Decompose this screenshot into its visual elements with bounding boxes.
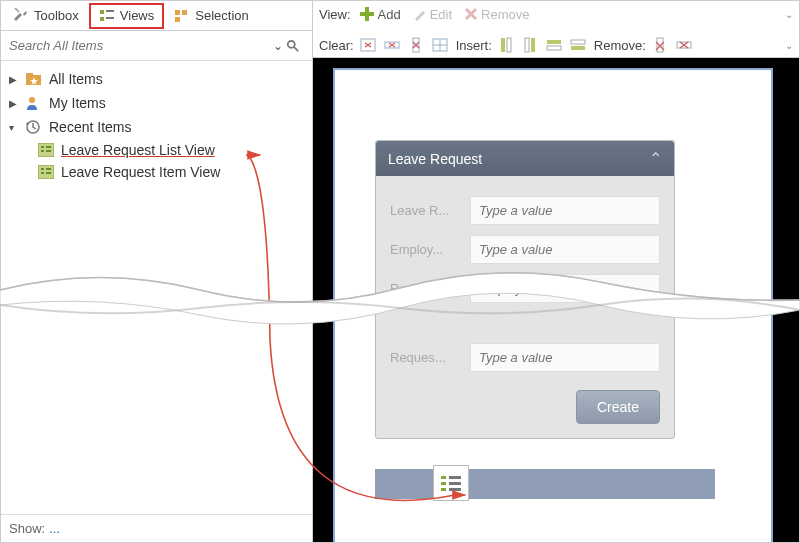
svg-rect-17 bbox=[41, 150, 44, 152]
edit-label: Edit bbox=[430, 7, 452, 22]
tree-my-items[interactable]: ▶ My Items bbox=[5, 91, 308, 115]
clear-label: Clear: bbox=[319, 38, 354, 53]
tree-item-label: Leave Request List View bbox=[61, 142, 215, 158]
remove2-label: Remove: bbox=[594, 38, 646, 53]
chevron-down-icon[interactable]: ⌄ bbox=[785, 9, 793, 20]
svg-rect-6 bbox=[182, 10, 187, 15]
form-field: Reques... bbox=[390, 343, 660, 372]
remove-label: Remove bbox=[481, 7, 529, 22]
svg-rect-5 bbox=[175, 10, 180, 15]
svg-rect-45 bbox=[449, 482, 461, 485]
page-surface[interactable]: Leave Request ⌃ Leave R... Employ... bbox=[333, 68, 773, 542]
remove-col-icon[interactable] bbox=[650, 36, 670, 54]
tab-toolbox-label: Toolbox bbox=[34, 8, 79, 23]
left-tabs: Toolbox Views Selection bbox=[1, 1, 312, 31]
tree-my-items-label: My Items bbox=[49, 95, 106, 111]
person-icon bbox=[25, 94, 43, 112]
tree-item-label: Leave Request Item View bbox=[61, 164, 220, 180]
view-list-icon bbox=[37, 141, 55, 159]
svg-rect-23 bbox=[46, 172, 51, 174]
svg-rect-16 bbox=[46, 146, 51, 148]
clear-table-icon[interactable] bbox=[430, 36, 450, 54]
insert-col-left-icon[interactable] bbox=[496, 36, 516, 54]
remove-row-icon[interactable] bbox=[674, 36, 694, 54]
add-button[interactable]: Add bbox=[355, 4, 405, 24]
tree-recent-items-label: Recent Items bbox=[49, 119, 131, 135]
insert-row-below-icon[interactable] bbox=[568, 36, 588, 54]
plus-icon bbox=[359, 6, 375, 22]
list-view-drop-icon[interactable] bbox=[433, 465, 469, 501]
chevron-down-icon[interactable]: ⌄ bbox=[270, 39, 286, 53]
form-panel-header[interactable]: Leave Request ⌃ bbox=[376, 141, 674, 176]
tab-views-label: Views bbox=[120, 8, 154, 23]
tree-all-items[interactable]: ▶ All Items bbox=[5, 67, 308, 91]
edit-button[interactable]: Edit bbox=[409, 5, 456, 24]
remove-button[interactable]: Remove bbox=[460, 5, 533, 24]
svg-rect-21 bbox=[46, 168, 51, 170]
clear-cell-icon[interactable] bbox=[358, 36, 378, 54]
svg-rect-43 bbox=[449, 476, 461, 479]
selection-icon bbox=[174, 8, 190, 24]
svg-rect-33 bbox=[507, 38, 511, 52]
svg-line-9 bbox=[294, 46, 298, 50]
clear-col-icon[interactable] bbox=[406, 36, 426, 54]
create-button[interactable]: Create bbox=[576, 390, 660, 424]
form-title: Leave Request bbox=[388, 151, 482, 167]
svg-rect-0 bbox=[14, 8, 20, 13]
right-toolbar: View: Add Edit Remove ⌄ Clear: bbox=[313, 1, 799, 58]
tree-recent-items[interactable]: ▾ Recent Items bbox=[5, 115, 308, 139]
tree-item-leave-request-list-view[interactable]: Leave Request List View bbox=[33, 139, 308, 161]
tree: ▶ All Items ▶ My Items ▾ Recent Items bbox=[1, 61, 312, 514]
field-input[interactable] bbox=[470, 235, 660, 264]
clock-icon bbox=[25, 118, 43, 136]
search-icon[interactable] bbox=[286, 39, 304, 53]
form-field: Reques... bbox=[390, 274, 660, 303]
svg-rect-37 bbox=[547, 46, 561, 50]
triangle-down-icon: ▾ bbox=[9, 122, 19, 133]
field-label: Leave R... bbox=[390, 203, 460, 218]
svg-rect-4 bbox=[106, 17, 114, 19]
field-input[interactable] bbox=[470, 274, 660, 303]
chevron-down-icon[interactable]: ⌄ bbox=[785, 40, 793, 51]
field-label: Reques... bbox=[390, 350, 460, 365]
svg-rect-46 bbox=[441, 488, 446, 491]
view-label: View: bbox=[319, 7, 351, 22]
tab-toolbox[interactable]: Toolbox bbox=[5, 5, 87, 27]
chevron-up-icon[interactable]: ⌃ bbox=[649, 149, 662, 168]
show-dots[interactable]: ... bbox=[49, 521, 60, 536]
svg-rect-32 bbox=[501, 38, 505, 52]
show-row: Show: ... bbox=[1, 514, 312, 542]
svg-rect-34 bbox=[531, 38, 535, 52]
tree-all-items-label: All Items bbox=[49, 71, 103, 87]
insert-col-right-icon[interactable] bbox=[520, 36, 540, 54]
svg-rect-1 bbox=[100, 10, 104, 14]
triangle-right-icon: ▶ bbox=[9, 98, 19, 109]
insert-row-above-icon[interactable] bbox=[544, 36, 564, 54]
tree-item-leave-request-item-view[interactable]: Leave Request Item View bbox=[33, 161, 308, 183]
views-icon bbox=[99, 8, 115, 24]
x-icon bbox=[464, 7, 478, 21]
form-body: Leave R... Employ... Reques... Requ bbox=[376, 176, 674, 438]
design-canvas[interactable]: Leave Request ⌃ Leave R... Employ... bbox=[313, 58, 799, 542]
drop-zone[interactable] bbox=[375, 469, 715, 499]
view-list-icon bbox=[37, 163, 55, 181]
show-label: Show: bbox=[9, 521, 45, 536]
svg-rect-3 bbox=[100, 17, 104, 21]
svg-point-8 bbox=[288, 40, 295, 47]
search-row: ⌄ bbox=[1, 31, 312, 61]
field-input[interactable] bbox=[470, 343, 660, 372]
svg-rect-18 bbox=[46, 150, 51, 152]
search-input[interactable] bbox=[9, 38, 270, 53]
tab-selection[interactable]: Selection bbox=[166, 5, 256, 27]
tab-views[interactable]: Views bbox=[89, 3, 164, 29]
svg-rect-39 bbox=[571, 40, 585, 44]
svg-rect-36 bbox=[547, 40, 561, 44]
clear-row-icon[interactable] bbox=[382, 36, 402, 54]
svg-rect-38 bbox=[571, 46, 585, 50]
form-panel[interactable]: Leave Request ⌃ Leave R... Employ... bbox=[375, 140, 675, 439]
form-field: Leave R... bbox=[390, 196, 660, 225]
field-label: Employ... bbox=[390, 242, 460, 257]
svg-rect-42 bbox=[441, 476, 446, 479]
field-input[interactable] bbox=[470, 196, 660, 225]
svg-rect-2 bbox=[106, 10, 114, 12]
